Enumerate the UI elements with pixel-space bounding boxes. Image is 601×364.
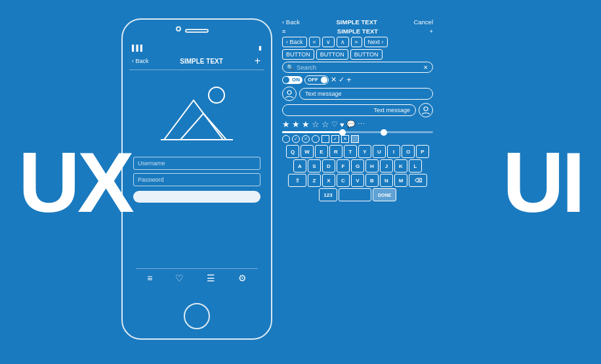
slider-track [282,131,433,133]
key-e[interactable]: E [315,145,328,158]
toggle-off[interactable]: OFF [304,75,329,85]
star-filled-3[interactable]: ★ [302,119,310,129]
key-y[interactable]: Y [358,145,371,158]
chat-bubble-right: Text message [282,104,416,116]
key-f[interactable]: F [337,159,350,172]
login-button[interactable] [133,191,260,203]
key-p[interactable]: P [416,145,429,158]
key-i[interactable]: I [387,145,400,158]
rating-row: ★ ★ ★ ☆ ☆ ♡ ♥ 💬 ⋯ [282,119,433,129]
key-c[interactable]: C [337,174,350,187]
key-k[interactable]: K [394,159,407,172]
kit-plus-button[interactable]: + [429,28,433,35]
chat-icon[interactable]: 💬 [346,120,356,129]
key-u[interactable]: U [373,145,386,158]
square-x[interactable]: ✕ [341,135,349,143]
kit-button-2[interactable]: BUTTON [316,49,348,60]
radio-empty[interactable] [282,135,290,143]
key-123[interactable]: 123 [319,188,337,201]
key-s[interactable]: S [308,159,321,172]
key-w[interactable]: W [300,145,314,158]
keyboard-row-4: 123 DONE [282,188,433,201]
list-icon[interactable]: ☰ [207,273,215,283]
kit-up-button[interactable]: ∧ [337,37,349,47]
search-input[interactable] [297,64,421,71]
keyboard: Q W E R T Y U I O P A S D F G H J K L ⇧ … [282,145,433,201]
signal-icon: ▌▌▌ [132,45,144,51]
phone-nav-plus-button[interactable]: + [255,55,260,67]
key-j[interactable]: J [380,159,393,172]
kit-header-cancel[interactable]: Cancel [413,18,433,26]
square-checked[interactable]: ✓ [331,135,339,143]
heart-empty-icon[interactable]: ♡ [331,120,338,129]
more-icon[interactable]: ⋯ [358,120,365,129]
kit-next-button[interactable]: Next › [364,37,388,47]
key-v[interactable]: V [351,174,364,187]
kit-prev-button[interactable]: ∨ [322,37,335,47]
username-field[interactable]: Username [133,157,260,170]
phone-outline: ▌▌▌ ▮ ‹ Back SIMPLE TEXT + Usern [121,18,272,340]
kit-header-back[interactable]: ‹ Back [282,18,300,26]
key-g[interactable]: G [351,159,364,172]
kit-next-next-button[interactable]: » [351,37,362,47]
plus-icon: + [346,75,352,85]
gear-icon[interactable]: ⚙ [238,273,247,283]
key-o[interactable]: O [402,145,415,158]
key-shift[interactable]: ⇧ [288,174,306,187]
phone-home-button[interactable] [184,303,210,329]
key-backspace[interactable]: ⌫ [409,174,427,187]
slider-row [282,131,433,133]
heart-icon[interactable]: ♡ [175,273,184,283]
key-b[interactable]: B [365,174,379,187]
search-icon: 🔍 [287,64,294,71]
slider-thumb-1[interactable] [339,129,346,136]
keyboard-row-3: ⇧ Z X C V B N M ⌫ [282,174,433,187]
square-empty[interactable] [321,135,329,143]
ux-label: UX [18,140,132,225]
key-n[interactable]: N [380,174,393,187]
toggle-on[interactable]: ON [282,76,302,84]
key-r[interactable]: R [329,145,342,158]
user-avatar-right-icon [421,106,430,115]
password-field[interactable]: Password [133,173,260,186]
square-filled[interactable] [351,135,359,143]
chat-row-right: Text message [282,103,433,117]
star-filled-1[interactable]: ★ [282,119,290,129]
radio-x[interactable]: ✕ [302,135,310,143]
heart-filled-icon[interactable]: ♥ [340,121,344,129]
key-a[interactable]: A [293,159,306,172]
key-q[interactable]: Q [286,145,299,158]
kit-button-1[interactable]: BUTTON [282,49,314,60]
search-field[interactable]: 🔍 ✕ [282,62,433,73]
radio-checked[interactable]: ✓ [292,135,300,143]
slider-thumb-2[interactable] [381,129,387,136]
hamburger-icon[interactable]: ≡ [147,273,152,283]
hamburger-menu-icon[interactable]: ≡ [282,28,286,35]
checkbox-empty[interactable] [312,135,320,143]
key-m[interactable]: M [394,174,407,187]
phone-camera [176,26,181,31]
phone-speaker [185,29,209,33]
key-space[interactable] [339,188,371,201]
phone-mockup: ▌▌▌ ▮ ‹ Back SIMPLE TEXT + Usern [121,18,272,340]
phone-nav-bar: ‹ Back SIMPLE TEXT + [129,52,264,70]
kit-back-button[interactable]: ‹ Back [282,37,307,47]
key-done[interactable]: DONE [373,188,396,201]
star-empty-4[interactable]: ☆ [312,119,320,129]
phone-screen: ▌▌▌ ▮ ‹ Back SIMPLE TEXT + Usern [129,43,264,293]
key-x[interactable]: X [322,174,335,187]
key-t[interactable]: T [344,145,357,158]
kit-prev-prev-button[interactable]: « [309,37,320,47]
star-filled-2[interactable]: ★ [292,119,300,129]
key-l[interactable]: L [409,159,422,172]
search-clear-icon[interactable]: ✕ [423,64,428,71]
user-avatar-icon [285,89,294,98]
checkbox-row: ✓ ✕ ✓ ✕ [282,135,433,143]
svg-marker-1 [164,100,223,140]
kit-button-3[interactable]: BUTTON [350,49,383,60]
key-d[interactable]: D [322,159,335,172]
key-z[interactable]: Z [308,174,321,187]
key-h[interactable]: H [365,159,379,172]
star-empty-5[interactable]: ☆ [321,119,329,129]
phone-back-button[interactable]: ‹ Back [132,58,149,64]
